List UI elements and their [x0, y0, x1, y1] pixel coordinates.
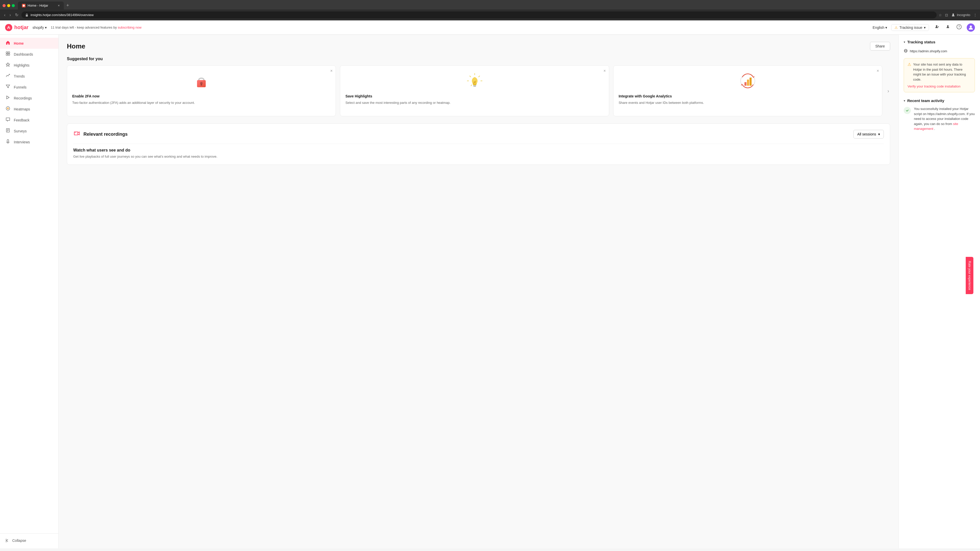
verify-link[interactable]: Verify your tracking code installation: [907, 84, 960, 88]
sidebar-label-dashboards: Dashboards: [14, 52, 33, 56]
svg-rect-8: [8, 54, 10, 56]
tracking-issue-btn[interactable]: ⚠ Tracking issue ▾: [891, 24, 929, 31]
language-selector[interactable]: English ▾: [873, 25, 887, 30]
card-analytics-icon: [738, 71, 758, 91]
feedback-icon: [5, 117, 11, 123]
new-tab-btn[interactable]: +: [64, 2, 71, 10]
card-highlights-close[interactable]: ×: [604, 68, 606, 73]
window-minimize-btn[interactable]: [7, 4, 10, 7]
recordings-section: Relevant recordings All sessions ▾ Watch…: [67, 124, 890, 165]
sidebar-item-interviews[interactable]: Interviews: [0, 137, 59, 148]
sidebar-item-home[interactable]: Home: [0, 38, 59, 49]
active-tab[interactable]: Home - Hotjar ×: [18, 2, 64, 10]
card-highlights-desc: Select and save the most interesting par…: [345, 100, 604, 105]
svg-rect-31: [745, 82, 746, 86]
subscribe-link[interactable]: subscribing now: [118, 25, 142, 29]
sidebar-label-surveys: Surveys: [14, 129, 27, 133]
card-analytics-close[interactable]: ×: [877, 68, 879, 73]
user-avatar[interactable]: [967, 24, 975, 32]
sidebar-item-heatmaps[interactable]: Heatmaps: [0, 103, 59, 114]
sidebar-item-funnels[interactable]: Funnels: [0, 82, 59, 93]
activity-text: You successfully installed your Hotjar s…: [914, 106, 975, 131]
tracking-status-header[interactable]: ▾ Tracking status: [904, 40, 975, 44]
card-highlights-title: Save Highlights: [345, 94, 604, 98]
site-name: shopify: [33, 25, 44, 30]
svg-rect-7: [6, 54, 8, 56]
home-icon: [5, 40, 11, 46]
window-close-btn[interactable]: [3, 4, 6, 7]
forward-btn[interactable]: ›: [8, 12, 12, 18]
svg-line-27: [471, 85, 472, 86]
svg-text:?: ?: [958, 25, 960, 29]
recent-activity-section: ▾ Recent team activity You successfully …: [904, 98, 975, 131]
tab-title: Home - Hotjar: [27, 3, 48, 7]
collapse-label: Collapse: [12, 538, 26, 543]
address-bar[interactable]: insights.hotjar.com/sites/3814994/overvi…: [21, 11, 937, 18]
svg-line-23: [479, 76, 480, 77]
sidebar-label-highlights: Highlights: [14, 63, 29, 67]
sidebar-item-trends[interactable]: Trends: [0, 71, 59, 82]
sidebar-label-heatmaps: Heatmaps: [14, 107, 30, 111]
card-2fa-close[interactable]: ×: [330, 68, 332, 73]
share-button[interactable]: Share: [870, 42, 890, 51]
svg-rect-29: [473, 86, 476, 87]
highlights-icon: [5, 62, 11, 68]
add-user-btn[interactable]: [933, 23, 940, 32]
svg-rect-32: [747, 79, 749, 86]
help-btn[interactable]: ?: [956, 23, 963, 32]
sidebar-item-highlights[interactable]: Highlights: [0, 60, 59, 71]
card-analytics-title: Integrate with Google Analytics: [619, 94, 877, 98]
url-display: insights.hotjar.com/sites/3814994/overvi…: [30, 13, 933, 17]
card-2fa-title: Enable 2FA now: [72, 94, 331, 98]
extension-icon[interactable]: ⊡: [945, 13, 948, 17]
card-highlights: ×: [340, 65, 609, 116]
svg-rect-5: [6, 52, 8, 53]
sidebar: Home Dashboards Highlights Trends: [0, 35, 59, 548]
back-btn[interactable]: ‹: [3, 12, 6, 18]
sidebar-item-dashboards[interactable]: Dashboards: [0, 49, 59, 60]
activity-check-icon: [904, 107, 911, 114]
activity-header[interactable]: ▾ Recent team activity: [904, 98, 975, 103]
sidebar-label-recordings: Recordings: [14, 96, 32, 100]
tracking-warning-box: ⚠ Your site has not sent any data to Hot…: [904, 58, 975, 92]
svg-marker-9: [6, 63, 10, 66]
tab-favicon: [22, 4, 25, 7]
trial-banner: 11 trial days left - keep advanced featu…: [51, 25, 869, 29]
interviews-icon: [5, 139, 11, 145]
reload-btn[interactable]: ↻: [14, 11, 19, 18]
card-highlights-icon: [465, 71, 485, 91]
surveys-icon: [5, 128, 11, 134]
sidebar-item-recordings[interactable]: Recordings: [0, 93, 59, 103]
tracking-warning-icon: ⚠: [894, 25, 898, 30]
trends-icon: [5, 73, 11, 79]
warning-triangle-icon: ⚠: [907, 62, 911, 82]
collapse-sidebar-btn[interactable]: Collapse: [0, 536, 59, 545]
svg-point-36: [75, 132, 76, 133]
rate-experience-btn[interactable]: Rate your experience: [966, 257, 974, 294]
sidebar-item-surveys[interactable]: Surveys: [0, 125, 59, 137]
svg-rect-0: [26, 15, 28, 17]
activity-item: You successfully installed your Hotjar s…: [904, 106, 975, 131]
window-maximize-btn[interactable]: [12, 4, 15, 7]
address-actions: ☆ ⊡ Incognito ⋮: [939, 13, 977, 17]
sidebar-label-feedback: Feedback: [14, 118, 29, 122]
sidebar-item-feedback[interactable]: Feedback: [0, 114, 59, 125]
site-selector[interactable]: shopify ▾: [33, 25, 47, 30]
profile-btn[interactable]: [944, 23, 951, 32]
lang-label: English: [873, 25, 884, 30]
site-selector-chevron: ▾: [45, 25, 47, 30]
sidebar-label-home: Home: [14, 41, 24, 45]
sessions-dropdown[interactable]: All sessions ▾: [853, 130, 884, 138]
cards-next-btn[interactable]: ›: [886, 65, 890, 116]
sessions-chevron: ▾: [878, 132, 880, 136]
page-header: Home Share: [67, 42, 890, 51]
sidebar-label-trends: Trends: [14, 74, 25, 78]
svg-point-40: [905, 108, 909, 113]
svg-rect-6: [8, 52, 10, 53]
menu-icon[interactable]: ⋮: [974, 13, 977, 17]
tab-close-btn[interactable]: ×: [58, 3, 60, 7]
warning-message: Your site has not sent any data to Hotja…: [913, 62, 971, 82]
bookmark-icon[interactable]: ☆: [939, 13, 942, 17]
lock-icon: [25, 13, 29, 17]
collapse-icon: [5, 538, 10, 543]
